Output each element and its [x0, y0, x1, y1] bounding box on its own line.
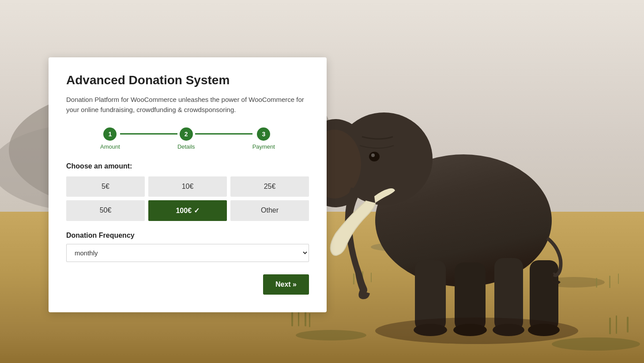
step-3: 3 Payment — [252, 127, 275, 150]
card-description: Donation Platform for WooCommerce unleas… — [66, 94, 309, 115]
step-3-circle: 3 — [257, 127, 270, 141]
svg-point-23 — [369, 152, 380, 161]
svg-rect-37 — [609, 318, 611, 334]
step-1-circle: 1 — [103, 127, 117, 141]
svg-rect-18 — [618, 273, 619, 284]
step-2-label: Details — [177, 143, 195, 150]
svg-rect-39 — [627, 317, 629, 333]
step-line-2-3 — [195, 133, 252, 135]
amount-section-label: Choose an amount: — [66, 162, 309, 170]
svg-rect-38 — [616, 315, 617, 334]
amount-btn-other[interactable]: Other — [230, 200, 309, 221]
step-3-label: Payment — [252, 143, 275, 150]
amount-btn-25[interactable]: 25€ — [230, 176, 309, 197]
amount-btn-5[interactable]: 5€ — [66, 176, 145, 197]
svg-rect-36 — [305, 311, 306, 326]
svg-rect-11 — [371, 273, 372, 282]
svg-point-41 — [296, 330, 366, 341]
card-title: Advanced Donation System — [66, 73, 309, 87]
svg-point-24 — [371, 153, 375, 157]
next-button[interactable]: Next » — [263, 274, 309, 295]
donation-card: Advanced Donation System Donation Platfo… — [49, 57, 327, 312]
frequency-select[interactable]: one-time monthly yearly — [66, 244, 309, 262]
frequency-label: Donation Frequency — [66, 232, 309, 240]
step-1: 1 Amount — [100, 127, 120, 150]
svg-rect-9 — [353, 273, 354, 284]
amount-btn-100[interactable]: 100€ ✓ — [148, 200, 227, 221]
svg-point-33 — [375, 318, 578, 344]
svg-rect-40 — [309, 313, 310, 327]
amount-buttons-grid: 5€ 10€ 25€ 50€ 100€ ✓ Other — [66, 176, 309, 221]
steps-progress: 1 Amount 2 Details 3 Payment — [66, 127, 309, 150]
amount-btn-10[interactable]: 10€ — [148, 176, 227, 197]
step-2: 2 Details — [177, 127, 195, 150]
amount-btn-50[interactable]: 50€ — [66, 200, 145, 221]
svg-rect-16 — [596, 278, 597, 288]
svg-point-42 — [552, 337, 640, 351]
step-2-circle: 2 — [180, 127, 193, 141]
svg-rect-17 — [609, 276, 610, 288]
step-1-label: Amount — [100, 143, 120, 150]
step-line-1-2 — [120, 133, 177, 135]
